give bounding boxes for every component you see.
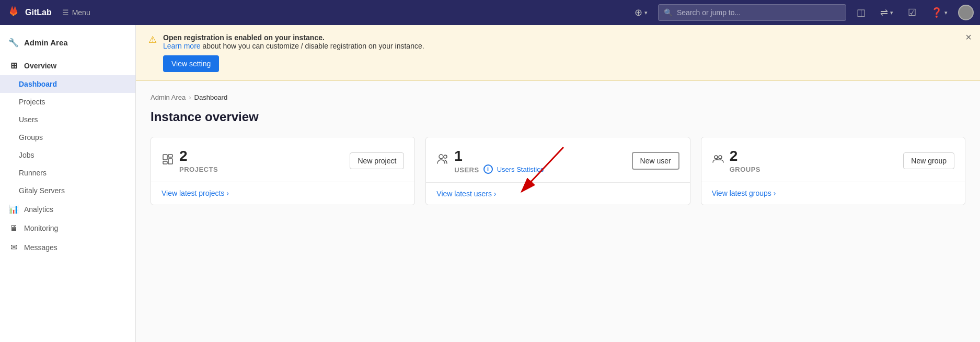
users-count: 1 — [454, 148, 544, 164]
sidebar-item-monitoring[interactable]: 🖥 Monitoring — [0, 219, 135, 238]
users-icon — [436, 153, 449, 169]
users-label: USERS — [454, 166, 479, 174]
groups-icon — [712, 153, 724, 169]
sidebar: 🔧 Admin Area ⊞ Overview Dashboard Projec… — [0, 25, 136, 342]
chevron-icon: ▾ — [944, 9, 948, 16]
help-icon: ❓ — [931, 7, 942, 18]
messages-icon: ✉ — [8, 242, 19, 252]
view-latest-users-link[interactable]: View latest users › — [436, 190, 496, 198]
breadcrumb-current: Dashboard — [194, 93, 228, 101]
warning-icon: ⚠ — [148, 34, 157, 45]
alert-content: Open registration is enabled on your ins… — [163, 33, 424, 72]
new-item-button[interactable]: ⊕ ▾ — [630, 5, 652, 20]
gitlab-logo-link[interactable]: GitLab — [6, 5, 52, 20]
alert-learn-more-link[interactable]: Learn more — [163, 42, 202, 50]
help-button[interactable]: ❓ ▾ — [927, 5, 952, 20]
projects-label: PROJECTS — [179, 166, 218, 173]
svg-rect-1 — [168, 155, 172, 157]
analytics-icon: 📊 — [8, 204, 19, 214]
breadcrumb: Admin Area › Dashboard — [151, 93, 965, 101]
search-input[interactable] — [677, 8, 840, 17]
new-group-button[interactable]: New group — [903, 152, 954, 169]
new-user-button[interactable]: New user — [632, 152, 679, 170]
projects-count: 2 — [179, 148, 218, 164]
wrench-icon: 🔧 — [8, 38, 19, 48]
cards-row: 2 PROJECTS New project View latest proje… — [151, 137, 965, 205]
merge-requests-button[interactable]: ⇌ ▾ — [876, 5, 897, 20]
users-statistics-link[interactable]: Users Statistics — [497, 166, 544, 173]
main-content: ⚠ Open registration is enabled on your i… — [136, 25, 980, 342]
gitlab-wordmark: GitLab — [25, 8, 52, 17]
chevron-icon: ▾ — [644, 9, 648, 16]
sidebar-item-runners[interactable]: Runners — [0, 164, 135, 182]
sidebar-item-groups[interactable]: Groups — [0, 128, 135, 146]
svg-rect-0 — [163, 155, 167, 160]
svg-rect-3 — [163, 161, 167, 164]
breadcrumb-separator: › — [189, 93, 191, 101]
monitoring-icon: 🖥 — [8, 223, 19, 233]
sidebar-item-gitaly[interactable]: Gitaly Servers — [0, 182, 135, 199]
sidebar-item-users[interactable]: Users — [0, 111, 135, 128]
sidebar-item-dashboard[interactable]: Dashboard — [0, 75, 135, 93]
alert-close-button[interactable]: × — [965, 31, 972, 43]
svg-point-7 — [719, 156, 722, 159]
theme-icon: ◫ — [857, 7, 866, 18]
hamburger-icon: ☰ — [62, 8, 69, 17]
merge-icon: ⇌ — [880, 7, 888, 18]
theme-button[interactable]: ◫ — [852, 5, 870, 20]
top-nav: GitLab ☰ Menu ⊕ ▾ 🔍 ◫ ⇌ ▾ ☑ ❓ ▾ — [0, 0, 980, 25]
users-info-icon[interactable]: i — [483, 164, 493, 174]
app-layout: 🔧 Admin Area ⊞ Overview Dashboard Projec… — [0, 25, 980, 342]
groups-count: 2 — [730, 148, 760, 164]
user-avatar[interactable] — [958, 5, 974, 20]
sidebar-item-jobs[interactable]: Jobs — [0, 146, 135, 164]
alert-banner: ⚠ Open registration is enabled on your i… — [136, 25, 980, 81]
page-body: Admin Area › Dashboard Instance overview — [136, 81, 980, 226]
view-latest-groups-link[interactable]: View latest groups › — [712, 189, 776, 197]
view-latest-projects-link[interactable]: View latest projects › — [162, 189, 229, 197]
page-title: Instance overview — [151, 110, 965, 124]
users-card: 1 USERS i Users Statistics — [425, 137, 690, 205]
projects-card: 2 PROJECTS New project View latest proje… — [151, 137, 415, 205]
sidebar-item-projects[interactable]: Projects — [0, 93, 135, 111]
grid-icon: ⊞ — [8, 61, 19, 70]
issues-icon: ☑ — [908, 7, 916, 18]
search-icon: 🔍 — [664, 8, 673, 17]
issues-button[interactable]: ☑ — [904, 5, 920, 20]
sidebar-header: 🔧 Admin Area — [0, 33, 135, 56]
svg-point-6 — [714, 156, 718, 159]
menu-button[interactable]: ☰ Menu — [58, 6, 95, 19]
plus-icon: ⊕ — [635, 7, 642, 18]
breadcrumb-parent-link[interactable]: Admin Area — [151, 93, 186, 101]
search-bar: 🔍 — [658, 4, 846, 21]
view-setting-button[interactable]: View setting — [163, 55, 219, 72]
svg-rect-2 — [168, 159, 172, 164]
svg-point-4 — [439, 155, 443, 159]
sidebar-item-analytics[interactable]: 📊 Analytics — [0, 199, 135, 219]
groups-label: GROUPS — [730, 166, 760, 173]
sidebar-item-messages[interactable]: ✉ Messages — [0, 238, 135, 257]
project-icon — [162, 153, 174, 169]
groups-card: 2 GROUPS New group View latest groups › — [701, 137, 965, 205]
sidebar-item-overview[interactable]: ⊞ Overview — [0, 56, 135, 75]
chevron-down-icon: ▾ — [890, 9, 893, 16]
svg-point-5 — [444, 155, 447, 158]
new-project-button[interactable]: New project — [350, 152, 404, 169]
